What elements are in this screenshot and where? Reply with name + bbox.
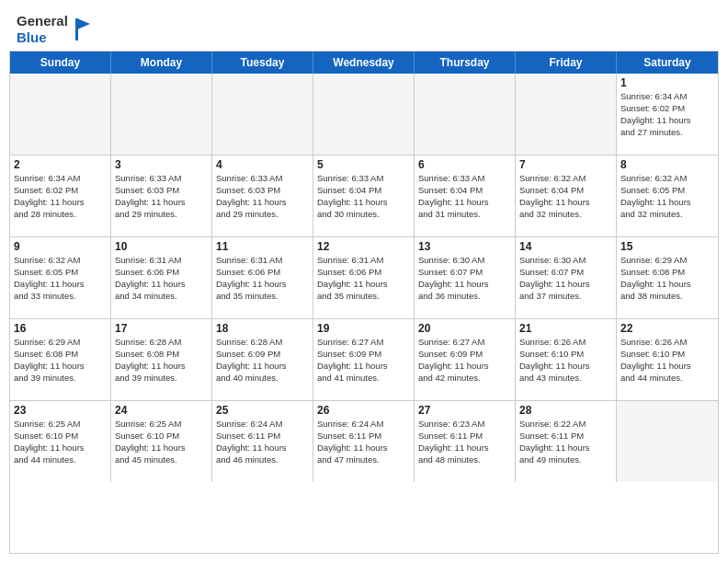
day-info-2: Sunrise: 6:34 AMSunset: 6:02 PMDaylight:… — [14, 173, 107, 220]
day-info-4: Sunrise: 6:33 AMSunset: 6:03 PMDaylight:… — [216, 173, 309, 220]
day-info-20: Sunrise: 6:27 AMSunset: 6:09 PMDaylight:… — [418, 337, 511, 384]
day-info-27: Sunrise: 6:23 AMSunset: 6:11 PMDaylight:… — [418, 419, 511, 465]
header-day-tuesday: Tuesday — [212, 52, 313, 74]
day-27: 27Sunrise: 6:23 AMSunset: 6:11 PMDayligh… — [415, 401, 516, 482]
calendar-body: 1Sunrise: 6:34 AMSunset: 6:02 PMDaylight… — [10, 74, 718, 482]
day-number-28: 28 — [519, 404, 612, 417]
logo: General Blue — [17, 13, 92, 45]
day-18: 18Sunrise: 6:28 AMSunset: 6:09 PMDayligh… — [212, 319, 313, 400]
day-26: 26Sunrise: 6:24 AMSunset: 6:11 PMDayligh… — [313, 401, 415, 482]
header-day-sunday: Sunday — [10, 52, 111, 74]
day-number-9: 9 — [14, 240, 107, 253]
day-16: 16Sunrise: 6:29 AMSunset: 6:08 PMDayligh… — [10, 319, 111, 400]
day-number-22: 22 — [620, 322, 714, 335]
day-22: 22Sunrise: 6:26 AMSunset: 6:10 PMDayligh… — [617, 319, 718, 400]
day-25: 25Sunrise: 6:24 AMSunset: 6:11 PMDayligh… — [212, 401, 313, 482]
day-7: 7Sunrise: 6:32 AMSunset: 6:04 PMDaylight… — [516, 155, 617, 236]
day-24: 24Sunrise: 6:25 AMSunset: 6:10 PMDayligh… — [111, 401, 212, 482]
calendar: SundayMondayTuesdayWednesdayThursdayFrid… — [9, 51, 719, 554]
day-2: 2Sunrise: 6:34 AMSunset: 6:02 PMDaylight… — [10, 155, 111, 236]
empty-cell-0-1 — [111, 74, 212, 155]
day-info-3: Sunrise: 6:33 AMSunset: 6:03 PMDaylight:… — [115, 173, 208, 220]
day-info-26: Sunrise: 6:24 AMSunset: 6:11 PMDaylight:… — [317, 419, 410, 465]
day-number-13: 13 — [418, 240, 511, 253]
day-number-23: 23 — [14, 404, 107, 417]
header-day-friday: Friday — [516, 52, 617, 74]
day-3: 3Sunrise: 6:33 AMSunset: 6:03 PMDaylight… — [111, 155, 212, 236]
day-4: 4Sunrise: 6:33 AMSunset: 6:03 PMDaylight… — [212, 155, 313, 236]
day-info-16: Sunrise: 6:29 AMSunset: 6:08 PMDaylight:… — [14, 337, 107, 384]
day-28: 28Sunrise: 6:22 AMSunset: 6:11 PMDayligh… — [516, 401, 617, 482]
header-day-saturday: Saturday — [617, 52, 718, 74]
day-info-18: Sunrise: 6:28 AMSunset: 6:09 PMDaylight:… — [216, 337, 309, 384]
logo-area: General Blue — [17, 13, 92, 45]
day-number-21: 21 — [519, 322, 612, 335]
calendar-header: SundayMondayTuesdayWednesdayThursdayFrid… — [10, 52, 718, 74]
day-12: 12Sunrise: 6:31 AMSunset: 6:06 PMDayligh… — [313, 237, 415, 318]
logo-blue: Blue — [17, 29, 47, 45]
day-1: 1Sunrise: 6:34 AMSunset: 6:02 PMDaylight… — [617, 74, 718, 155]
day-number-27: 27 — [418, 404, 511, 417]
cal-row-0: 1Sunrise: 6:34 AMSunset: 6:02 PMDaylight… — [10, 74, 718, 155]
day-5: 5Sunrise: 6:33 AMSunset: 6:04 PMDaylight… — [313, 155, 415, 236]
day-number-10: 10 — [115, 240, 208, 253]
day-9: 9Sunrise: 6:32 AMSunset: 6:05 PMDaylight… — [10, 237, 111, 318]
day-number-17: 17 — [115, 322, 208, 335]
day-info-14: Sunrise: 6:30 AMSunset: 6:07 PMDaylight:… — [519, 255, 612, 302]
day-number-5: 5 — [317, 158, 410, 171]
day-11: 11Sunrise: 6:31 AMSunset: 6:06 PMDayligh… — [212, 237, 313, 318]
day-info-13: Sunrise: 6:30 AMSunset: 6:07 PMDaylight:… — [418, 255, 511, 302]
day-number-7: 7 — [519, 158, 612, 171]
svg-marker-1 — [77, 18, 90, 29]
day-number-24: 24 — [115, 404, 208, 417]
day-info-24: Sunrise: 6:25 AMSunset: 6:10 PMDaylight:… — [115, 419, 208, 465]
header-day-wednesday: Wednesday — [313, 52, 415, 74]
day-number-14: 14 — [519, 240, 612, 253]
day-info-10: Sunrise: 6:31 AMSunset: 6:06 PMDaylight:… — [115, 255, 208, 302]
empty-cell-0-3 — [313, 74, 415, 155]
logo-icon — [72, 15, 92, 44]
empty-cell-4-6 — [617, 401, 718, 482]
cal-row-3: 16Sunrise: 6:29 AMSunset: 6:08 PMDayligh… — [10, 318, 718, 400]
svg-rect-2 — [75, 18, 78, 40]
day-number-4: 4 — [216, 158, 309, 171]
day-13: 13Sunrise: 6:30 AMSunset: 6:07 PMDayligh… — [415, 237, 516, 318]
day-17: 17Sunrise: 6:28 AMSunset: 6:08 PMDayligh… — [111, 319, 212, 400]
header-day-thursday: Thursday — [415, 52, 516, 74]
cal-row-4: 23Sunrise: 6:25 AMSunset: 6:10 PMDayligh… — [10, 400, 718, 482]
day-21: 21Sunrise: 6:26 AMSunset: 6:10 PMDayligh… — [516, 319, 617, 400]
day-info-15: Sunrise: 6:29 AMSunset: 6:08 PMDaylight:… — [620, 255, 714, 302]
header: General Blue — [0, 0, 728, 51]
day-number-2: 2 — [14, 158, 107, 171]
logo-general: General — [17, 13, 68, 29]
page: General Blue SundayMondayTuesdayWednesda… — [0, 0, 728, 563]
day-info-1: Sunrise: 6:34 AMSunset: 6:02 PMDaylight:… — [620, 91, 714, 138]
day-number-11: 11 — [216, 240, 309, 253]
day-info-6: Sunrise: 6:33 AMSunset: 6:04 PMDaylight:… — [418, 173, 511, 220]
day-number-8: 8 — [620, 158, 714, 171]
day-info-7: Sunrise: 6:32 AMSunset: 6:04 PMDaylight:… — [519, 173, 612, 220]
day-number-16: 16 — [14, 322, 107, 335]
header-day-monday: Monday — [111, 52, 212, 74]
day-6: 6Sunrise: 6:33 AMSunset: 6:04 PMDaylight… — [415, 155, 516, 236]
day-number-15: 15 — [620, 240, 714, 253]
day-info-25: Sunrise: 6:24 AMSunset: 6:11 PMDaylight:… — [216, 419, 309, 465]
day-number-1: 1 — [620, 76, 714, 89]
day-10: 10Sunrise: 6:31 AMSunset: 6:06 PMDayligh… — [111, 237, 212, 318]
day-number-26: 26 — [317, 404, 410, 417]
day-number-3: 3 — [115, 158, 208, 171]
empty-cell-0-4 — [415, 74, 516, 155]
day-number-18: 18 — [216, 322, 309, 335]
day-number-12: 12 — [317, 240, 410, 253]
empty-cell-0-0 — [10, 74, 111, 155]
day-8: 8Sunrise: 6:32 AMSunset: 6:05 PMDaylight… — [617, 155, 718, 236]
day-info-12: Sunrise: 6:31 AMSunset: 6:06 PMDaylight:… — [317, 255, 410, 302]
day-info-23: Sunrise: 6:25 AMSunset: 6:10 PMDaylight:… — [14, 419, 107, 465]
day-info-8: Sunrise: 6:32 AMSunset: 6:05 PMDaylight:… — [620, 173, 714, 220]
day-info-5: Sunrise: 6:33 AMSunset: 6:04 PMDaylight:… — [317, 173, 410, 220]
day-info-19: Sunrise: 6:27 AMSunset: 6:09 PMDaylight:… — [317, 337, 410, 384]
day-number-25: 25 — [216, 404, 309, 417]
cal-row-1: 2Sunrise: 6:34 AMSunset: 6:02 PMDaylight… — [10, 155, 718, 236]
day-number-6: 6 — [418, 158, 511, 171]
day-14: 14Sunrise: 6:30 AMSunset: 6:07 PMDayligh… — [516, 237, 617, 318]
